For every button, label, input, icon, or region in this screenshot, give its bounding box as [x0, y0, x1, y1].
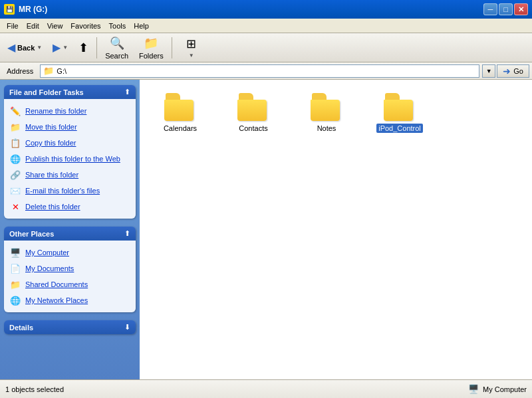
- file-item-contacts[interactable]: Contacts: [223, 90, 283, 136]
- task-delete[interactable]: ✕ Delete this folder: [7, 199, 133, 215]
- minimize-button[interactable]: ─: [483, 3, 497, 15]
- other-places-section: Other Places ⬆ 🖥️ My Computer 📄 My Docum…: [4, 227, 136, 312]
- title-bar-left: 💾 MR (G:): [4, 4, 47, 15]
- status-right: 🖥️ My Computer: [468, 384, 527, 394]
- menu-tools[interactable]: Tools: [105, 21, 130, 31]
- back-dropdown-icon: ▼: [37, 45, 42, 50]
- network-places-icon: 🌐: [9, 294, 21, 306]
- address-dropdown-button[interactable]: ▼: [482, 64, 495, 78]
- folder-icon-ipod-control: [384, 93, 416, 121]
- go-button[interactable]: ➜ Go: [497, 64, 529, 78]
- move-icon: 📁: [9, 121, 21, 133]
- copy-label: Copy this folder: [25, 139, 76, 147]
- title-bar-buttons: ─ □ ✕: [483, 3, 528, 15]
- shared-documents-icon: 📁: [9, 278, 21, 290]
- window-title: MR (G:): [19, 5, 47, 14]
- task-share[interactable]: 🔗 Share this folder: [7, 167, 133, 183]
- other-places-header[interactable]: Other Places ⬆: [4, 227, 136, 241]
- other-places-body: 🖥️ My Computer 📄 My Documents 📁 Shared D…: [4, 241, 136, 312]
- go-arrow-icon: ➜: [503, 66, 511, 76]
- menu-view[interactable]: View: [43, 21, 67, 31]
- close-button[interactable]: ✕: [514, 3, 528, 15]
- address-label: Address: [3, 67, 37, 75]
- address-bar: Address 📁 ▼ ➜ Go: [0, 62, 532, 80]
- task-move[interactable]: 📁 Move this folder: [7, 119, 133, 135]
- views-dropdown-icon: ▼: [189, 52, 194, 58]
- file-label-contacts: Contacts: [237, 124, 269, 133]
- shared-documents-label: Shared Documents: [25, 280, 88, 288]
- publish-icon: 🌐: [9, 153, 21, 165]
- status-bar: 1 objects selected 🖥️ My Computer: [0, 379, 532, 398]
- search-button[interactable]: 🔍 Search: [100, 35, 133, 60]
- maximize-button[interactable]: □: [499, 3, 513, 15]
- other-my-documents[interactable]: 📄 My Documents: [7, 260, 133, 276]
- file-item-ipod-control[interactable]: iPod_Control: [370, 90, 430, 136]
- network-places-label: My Network Places: [25, 296, 88, 304]
- file-folder-tasks-section: File and Folder Tasks ⬆ ✏️ Rename this f…: [4, 85, 136, 219]
- other-my-computer[interactable]: 🖥️ My Computer: [7, 245, 133, 260]
- other-places-collapse-icon: ⬆: [124, 229, 130, 238]
- other-places-title: Other Places: [9, 230, 54, 238]
- up-icon: ⬆: [78, 41, 88, 55]
- status-computer-label: My Computer: [483, 385, 527, 393]
- folder-icon-notes: [311, 93, 342, 121]
- file-item-notes[interactable]: Notes: [297, 90, 356, 136]
- share-icon: 🔗: [9, 169, 21, 181]
- file-label-ipod-control: iPod_Control: [376, 124, 423, 133]
- search-icon: 🔍: [110, 36, 124, 50]
- folder-icon-calendars: [164, 93, 196, 121]
- other-network-places[interactable]: 🌐 My Network Places: [7, 292, 133, 308]
- my-documents-label: My Documents: [25, 264, 74, 272]
- status-computer-icon: 🖥️: [468, 384, 479, 394]
- email-icon: ✉️: [9, 185, 21, 197]
- folder-icon-contacts: [237, 93, 269, 121]
- views-icon: ⊞: [186, 37, 196, 51]
- task-copy[interactable]: 📋 Copy this folder: [7, 135, 133, 151]
- up-button[interactable]: ⬆: [74, 36, 93, 60]
- views-button[interactable]: ⊞ ▼: [176, 35, 207, 60]
- details-section: Details ⬇: [4, 320, 136, 334]
- menu-edit[interactable]: Edit: [23, 21, 43, 31]
- toolbar: ◀ Back ▼ ▶ ▼ ⬆ 🔍 Search 📁 Folders ⊞ ▼: [0, 33, 532, 62]
- copy-icon: 📋: [9, 137, 21, 149]
- move-label: Move this folder: [25, 123, 77, 131]
- title-bar: 💾 MR (G:) ─ □ ✕: [0, 0, 532, 19]
- status-text: 1 objects selected: [5, 385, 64, 393]
- forward-arrow-icon: ▶: [53, 41, 61, 54]
- back-arrow-icon: ◀: [7, 41, 15, 54]
- separator-1: [96, 37, 97, 58]
- file-label-notes: Notes: [315, 124, 338, 133]
- forward-button[interactable]: ▶ ▼: [48, 36, 72, 60]
- address-input-wrap: 📁: [40, 64, 479, 78]
- menu-help[interactable]: Help: [130, 21, 153, 31]
- delete-icon: ✕: [9, 201, 21, 213]
- left-panel: File and Folder Tasks ⬆ ✏️ Rename this f…: [0, 80, 140, 379]
- folders-label: Folders: [139, 52, 164, 60]
- file-folder-tasks-body: ✏️ Rename this folder 📁 Move this folder…: [4, 99, 136, 219]
- my-documents-icon: 📄: [9, 262, 21, 274]
- details-title: Details: [9, 324, 33, 332]
- folders-button[interactable]: 📁 Folders: [134, 35, 168, 60]
- address-folder-icon: 📁: [43, 66, 54, 76]
- file-item-calendars[interactable]: Calendars: [150, 90, 210, 136]
- details-collapse-icon: ⬇: [124, 323, 130, 332]
- other-shared-documents[interactable]: 📁 Shared Documents: [7, 276, 133, 292]
- address-input[interactable]: [57, 67, 476, 75]
- rename-icon: ✏️: [9, 105, 21, 117]
- go-label: Go: [513, 67, 523, 75]
- email-label: E-mail this folder's files: [25, 187, 100, 195]
- menu-file[interactable]: File: [3, 21, 23, 31]
- task-rename[interactable]: ✏️ Rename this folder: [7, 103, 133, 119]
- menu-favorites[interactable]: Favorites: [66, 21, 104, 31]
- my-computer-icon: 🖥️: [9, 247, 21, 258]
- file-folder-tasks-header[interactable]: File and Folder Tasks ⬆: [4, 85, 136, 99]
- menu-bar: File Edit View Favorites Tools Help: [0, 19, 532, 33]
- file-label-calendars: Calendars: [162, 124, 199, 133]
- back-button[interactable]: ◀ Back ▼: [3, 36, 47, 60]
- search-label: Search: [105, 52, 128, 60]
- separator-2: [172, 37, 172, 58]
- details-header[interactable]: Details ⬇: [4, 320, 136, 334]
- main-area: File and Folder Tasks ⬆ ✏️ Rename this f…: [0, 80, 532, 379]
- task-email[interactable]: ✉️ E-mail this folder's files: [7, 183, 133, 199]
- task-publish[interactable]: 🌐 Publish this folder to the Web: [7, 151, 133, 167]
